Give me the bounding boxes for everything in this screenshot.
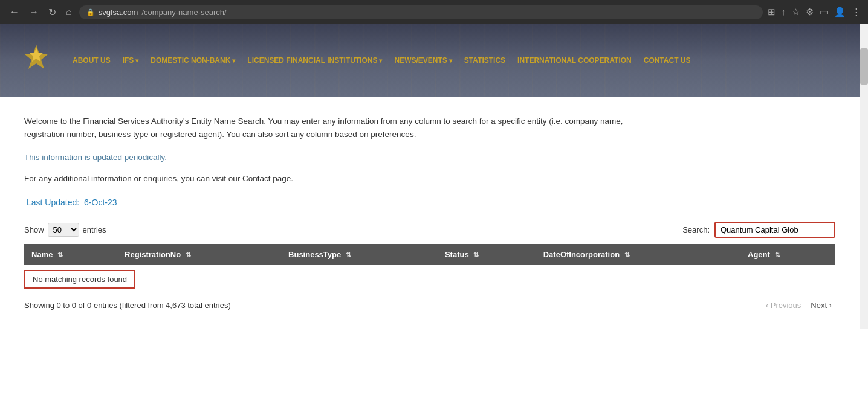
address-bar[interactable]: 🔒 svgfsa.com /company-name-search/ [79,5,763,19]
contact-suffix: page. [270,174,293,183]
col-business-type[interactable]: BusinessType ⇅ [281,244,438,265]
contact-prefix: For any additional information or enquir… [24,174,242,183]
last-updated: Last Updated: 6-Oct-23 [24,197,835,207]
nav-about-us[interactable]: ABOUT US [73,56,111,65]
col-agent[interactable]: Agent ⇅ [740,244,835,265]
table-header: Name ⇅ RegistrationNo ⇅ BusinessType ⇅ [24,244,835,265]
no-records-cell-container: No matching records found [24,265,835,294]
no-records-row: No matching records found [24,265,835,294]
sort-arrows-biz: ⇅ [346,251,351,258]
show-label: Show [24,225,44,234]
nav-statistics[interactable]: STATISTICS [464,56,505,65]
intro-paragraph1: Welcome to the Financial Services Author… [24,115,665,141]
main-nav: ABOUT US IFS▾ DOMESTIC NON-BANK▾ LICENSE… [73,56,841,65]
sort-arrows-reg: ⇅ [186,251,191,258]
url-path: /company-name-search/ [141,8,226,17]
nav-contact-us[interactable]: CONTACT US [644,56,691,65]
logo[interactable] [18,42,54,80]
nav-intl-cooperation[interactable]: INTERNATIONAL COOPERATION [517,56,632,65]
sort-arrows-status: ⇅ [473,251,479,258]
scrollbar-thumb[interactable] [860,48,868,85]
entries-label: entries [83,225,106,234]
main-content: Welcome to the Financial Services Author… [0,97,860,329]
last-updated-label: Last Updated: [27,197,79,207]
sort-arrows-date: ⇅ [624,251,630,258]
table-controls: Show 10 25 50 100 entries Search: [24,222,835,238]
logo-svg [18,42,54,78]
col-registration-no[interactable]: RegistrationNo ⇅ [117,244,281,265]
screenshot-icon[interactable]: ⊞ [768,7,776,18]
share-icon[interactable]: ↑ [782,7,786,18]
col-status[interactable]: Status ⇅ [438,244,536,265]
bookmark-icon[interactable]: ☆ [792,7,800,18]
col-name[interactable]: Name ⇅ [24,244,117,265]
nav-ifs[interactable]: IFS▾ [123,56,139,65]
scrollbar[interactable] [860,24,868,329]
data-table: Name ⇅ RegistrationNo ⇅ BusinessType ⇅ [24,244,835,294]
browser-chrome: ← → ↻ ⌂ 🔒 svgfsa.com /company-name-searc… [0,0,868,24]
reload-button[interactable]: ↻ [46,4,59,21]
contact-link[interactable]: Contact [242,174,271,183]
next-button[interactable]: Next › [807,300,835,311]
last-updated-date: 6-Oct-23 [82,197,117,207]
url-base: svgfsa.com [99,8,138,17]
nav-licensed-financial[interactable]: LICENSED FINANCIAL INSTITUTIONS▾ [247,56,382,65]
sort-arrows-name: ⇅ [57,251,63,258]
browser-toolbar-icons: ⊞ ↑ ☆ ⚙ ▭ 👤 ⋮ [768,7,861,18]
table-body: No matching records found [24,265,835,294]
nav-news-events[interactable]: NEWS/EVENTS▾ [394,56,452,65]
forward-button[interactable]: → [27,4,41,20]
window-icon[interactable]: ▭ [820,7,828,18]
profile-icon[interactable]: 👤 [834,7,846,18]
previous-button[interactable]: ‹ Previous [762,300,805,311]
showing-text: Showing 0 to 0 of 0 entries (filtered fr… [24,301,231,310]
lock-icon: 🔒 [86,8,95,16]
site-header: ABOUT US IFS▾ DOMESTIC NON-BANK▾ LICENSE… [0,24,860,97]
pagination: ‹ Previous Next › [762,300,835,311]
contact-line: For any additional information or enquir… [24,174,835,183]
sort-arrows-agent: ⇅ [775,251,780,258]
menu-icon[interactable]: ⋮ [852,7,861,18]
extension-icon[interactable]: ⚙ [806,7,814,18]
search-label: Search: [682,225,710,234]
search-input[interactable] [714,222,835,238]
no-records-message: No matching records found [24,270,135,289]
intro-paragraph2: This information is updated periodically… [24,153,835,162]
entries-select[interactable]: 10 25 50 100 [48,223,79,237]
col-date-of-incorporation[interactable]: DateOfIncorporation ⇅ [536,244,740,265]
nav-domestic-non-bank[interactable]: DOMESTIC NON-BANK▾ [151,56,235,65]
search-area: Search: [682,222,835,238]
home-button[interactable]: ⌂ [63,4,74,20]
back-button[interactable]: ← [7,4,22,20]
table-footer: Showing 0 to 0 of 0 entries (filtered fr… [24,300,835,311]
show-entries-control: Show 10 25 50 100 entries [24,223,106,237]
